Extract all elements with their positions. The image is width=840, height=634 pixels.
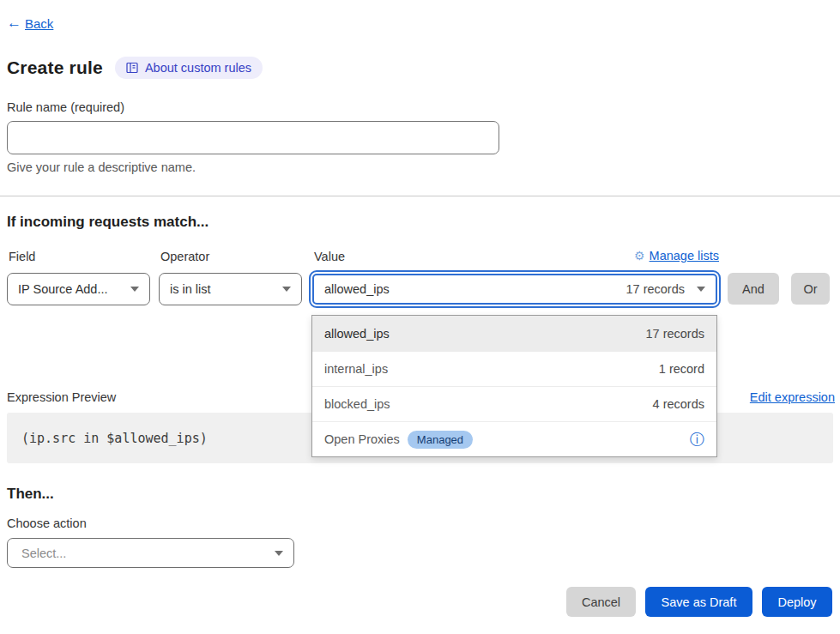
list-option-name: blocked_ips (324, 397, 390, 411)
action-select-placeholder: Select... (21, 546, 66, 560)
choose-action-label: Choose action (7, 516, 87, 530)
page-title: Create rule (7, 57, 103, 78)
value-select-value: allowed_ips (324, 282, 390, 296)
book-icon (126, 62, 138, 74)
back-link[interactable]: ← Back (7, 15, 53, 32)
list-option-internal-ips[interactable]: internal_ips 1 record (312, 351, 716, 386)
operator-select-value: is in list (170, 282, 211, 296)
create-rule-page: ← Back Create rule About custom rules Ru… (0, 0, 840, 634)
about-custom-rules-link[interactable]: About custom rules (115, 57, 263, 79)
value-select-record-count: 17 records (625, 282, 685, 296)
chevron-down-icon (697, 287, 705, 292)
gear-icon: ⚙ (634, 249, 645, 263)
then-section-heading: Then... (7, 486, 54, 503)
rule-name-label: Rule name (required) (7, 100, 124, 114)
chevron-down-icon (130, 287, 139, 292)
action-select[interactable]: Select... (7, 538, 294, 568)
field-select-value: IP Source Add... (18, 282, 108, 296)
manage-lists-label: Manage lists (650, 249, 719, 263)
and-button[interactable]: And (728, 273, 779, 305)
match-section-heading: If incoming requests match... (7, 214, 208, 231)
list-option-allowed-ips[interactable]: allowed_ips 17 records (312, 316, 716, 351)
expression-preview-label: Expression Preview (7, 390, 116, 404)
operator-label: Operator (160, 250, 209, 263)
rule-name-help-text: Give your rule a descriptive name. (7, 160, 196, 174)
info-icon[interactable]: ⓘ (690, 432, 704, 447)
section-divider (0, 196, 840, 196)
value-select[interactable]: allowed_ips 17 records (312, 274, 717, 305)
list-option-record-count: 1 record (659, 362, 704, 376)
or-button[interactable]: Or (791, 273, 830, 305)
list-option-record-count: 17 records (645, 327, 704, 341)
save-as-draft-button[interactable]: Save as Draft (645, 587, 752, 617)
list-option-name: internal_ips (324, 362, 388, 376)
list-option-name: allowed_ips (324, 327, 390, 341)
operator-select[interactable]: is in list (159, 273, 302, 305)
list-option-record-count: 4 records (653, 397, 704, 411)
title-row: Create rule About custom rules (7, 57, 263, 79)
back-link-label: Back (25, 16, 53, 31)
value-dropdown-menu: allowed_ips 17 records internal_ips 1 re… (311, 315, 717, 457)
managed-badge: Managed (408, 431, 473, 449)
list-option-name: Open Proxies (324, 432, 400, 446)
deploy-button[interactable]: Deploy (762, 587, 832, 617)
manage-lists-link[interactable]: ⚙ Manage lists (634, 249, 719, 263)
edit-expression-link[interactable]: Edit expression (750, 390, 835, 404)
back-arrow-icon: ← (7, 15, 21, 32)
expression-code: (ip.src in $allowed_ips) (21, 431, 208, 446)
value-label: Value (314, 250, 345, 263)
list-option-blocked-ips[interactable]: blocked_ips 4 records (312, 386, 716, 421)
field-select[interactable]: IP Source Add... (7, 273, 150, 305)
field-label: Field (9, 250, 35, 263)
chevron-down-icon (282, 287, 291, 292)
about-badge-label: About custom rules (145, 61, 251, 75)
list-option-open-proxies[interactable]: Open Proxies Managed ⓘ (312, 421, 716, 456)
cancel-button[interactable]: Cancel (566, 587, 636, 617)
rule-name-input[interactable] (7, 121, 499, 154)
chevron-down-icon (275, 551, 283, 556)
